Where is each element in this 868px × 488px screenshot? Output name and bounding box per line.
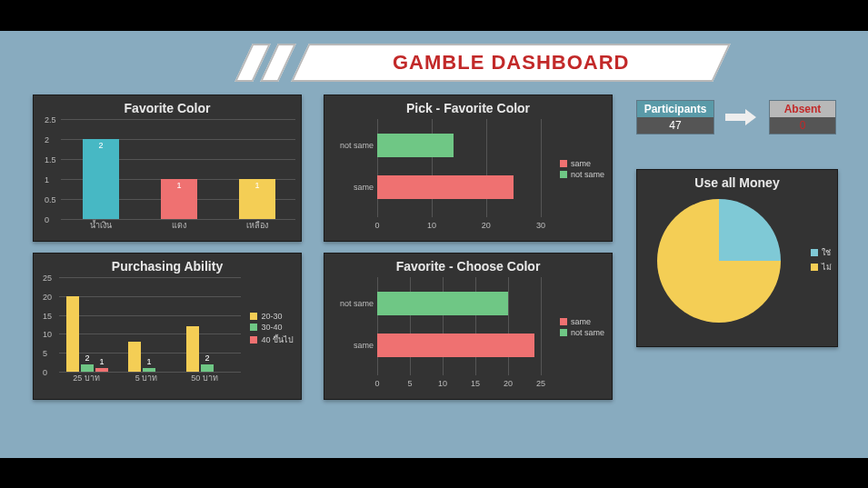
use-money-chart (657, 199, 830, 323)
arrow-icon (725, 109, 756, 130)
pick-fav-legend: same not same (560, 159, 604, 181)
page-title: GAMBLE DASHBOARD (393, 51, 629, 75)
bar-50-a (186, 326, 199, 372)
fav-choose-title: Favorite - Choose Color (332, 259, 604, 274)
bar-yellow: 1 (239, 179, 275, 219)
use-money-legend: ใช่ ไม่ (811, 246, 832, 275)
absent-card: Absent 0 (769, 100, 836, 134)
favorite-color-title: Favorite Color (41, 101, 294, 115)
participants-card: Participants 47 (636, 100, 714, 134)
purchasing-title: Purchasing Ability (41, 259, 294, 274)
participants-label: Participants (637, 101, 713, 117)
fav-choose-chart: not same same 0 5 10 15 20 25 (377, 277, 541, 375)
favorite-color-panel: Favorite Color 2.5 2 1.5 1 0.5 0 2 1 1 น… (33, 95, 302, 242)
purchasing-chart: 25 20 15 10 5 0 2 1 1 2 25 บาท 5 บาท 50 … (59, 277, 241, 372)
hbar-same (377, 175, 514, 199)
pick-fav-panel: Pick - Favorite Color not same same 0 10… (324, 95, 613, 242)
use-money-panel: Use all Money ใช่ ไม่ (636, 169, 838, 347)
hbar2-notsame (377, 292, 508, 315)
bar-blue: 2 (83, 139, 119, 219)
absent-label: Absent (770, 101, 835, 117)
fav-choose-legend: same not same (560, 317, 604, 339)
purchasing-panel: Purchasing Ability 25 20 15 10 5 0 2 1 1… (33, 253, 302, 400)
pick-fav-chart: not same same 0 10 20 30 (377, 119, 541, 217)
hbar2-same (377, 334, 534, 357)
pick-fav-title: Pick - Favorite Color (332, 101, 604, 115)
favorite-color-chart: 2.5 2 1.5 1 0.5 0 2 1 1 น้ำเงิน แดง เหลื… (61, 119, 295, 219)
pie-slice (657, 199, 781, 323)
participants-value: 47 (637, 117, 713, 134)
bar-25-a (66, 296, 79, 372)
bar-5-a (128, 342, 141, 372)
bar-red: 1 (161, 179, 197, 219)
fav-choose-panel: Favorite - Choose Color not same same 0 … (324, 253, 613, 400)
dashboard-stage: GAMBLE DASHBOARD Favorite Color 2.5 2 1.… (0, 31, 868, 458)
title-ribbon: GAMBLE DASHBOARD (291, 44, 731, 82)
hbar-notsame (377, 134, 454, 157)
purchasing-legend: 20-30 30-40 40 ขึ้นไป (250, 312, 294, 348)
bar-25-b: 2 (81, 364, 94, 372)
use-money-title: Use all Money (644, 175, 830, 190)
absent-value: 0 (770, 117, 835, 134)
bar-50-b: 2 (201, 364, 214, 372)
